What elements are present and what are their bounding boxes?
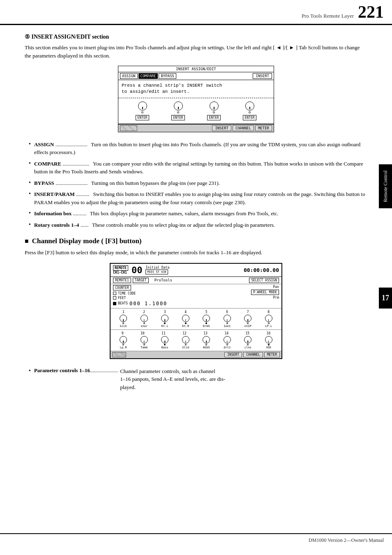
section5-heading: ⑤ INSERT ASSIGN/EDIT section <box>25 33 367 40</box>
ch-bottom-bar: INSERT CHANNEL METER <box>111 351 281 358</box>
knob-circle-4 <box>245 101 254 111</box>
insert-diagram: INSERT ASSIGN/EDIT ASSIGN COMPARE BYPASS… <box>118 66 274 132</box>
bullet-list-section5: • ASSIGN ........................ Turn o… <box>25 140 367 229</box>
bullet-dots-4: .......... <box>76 191 90 197</box>
ch-knob-dot-12 <box>185 344 187 345</box>
ch-large-num: 00 <box>131 265 143 275</box>
ch-knob-name-9: Lp.R <box>120 346 127 349</box>
page-footer: DM1000 Version 2—Owner's Manual <box>0 533 392 547</box>
bullet-content-3: BYPASS ........................ Turning … <box>34 179 220 187</box>
bullet-dots-1: ........................ <box>55 141 88 147</box>
ch-knob-15: clns <box>244 336 251 349</box>
compare-btn[interactable]: COMPARE <box>138 73 158 79</box>
ch-channel-btn[interactable]: CHANNEL <box>243 352 263 357</box>
message-line1: Press a channel strip's INSERT switch <box>122 83 222 88</box>
sidebar-remote-control: Remote Control <box>379 164 392 208</box>
ch-num-15: 15 <box>245 332 249 335</box>
page-container: Pro Tools Remote Layer 221 ⑤ INSERT ASSI… <box>0 0 392 555</box>
ch-knob-circle-3 <box>161 315 168 322</box>
meter-bottom-btn[interactable]: METER <box>255 125 272 131</box>
enter-btn-3[interactable]: ENTER <box>207 115 220 120</box>
channel-display-section: Channel Display mode ( [F3] button) Pres… <box>25 237 367 391</box>
ch-beats-label: BEATS <box>118 302 128 305</box>
bullet-term-param-controls: Parameter controls 1–16 <box>34 367 90 374</box>
ch-beats-checkbox <box>113 302 116 305</box>
ch-knob-name-14: drt1 <box>224 346 231 349</box>
ch-counter-title: COUNTER <box>113 285 131 290</box>
knob-led-4 <box>249 111 251 113</box>
ch-midi-label: MIDI ST 438 <box>145 269 168 274</box>
knob-circle-3 <box>210 101 219 111</box>
message-line2: to assign/edit an insert. <box>122 89 189 94</box>
ch-knob-9: Lp.R <box>120 336 127 349</box>
ch-knob-2: snar <box>141 315 148 328</box>
ch-knob-7: nn1P <box>244 315 251 328</box>
ch-knob-name-16: VOX <box>266 346 271 349</box>
ch-knob-circle-16 <box>265 336 272 343</box>
bullet-item-rotary: • Rotary controls 1–4 ...... These contr… <box>25 221 367 229</box>
insert-btn[interactable]: INSERT <box>253 73 272 79</box>
ch-pan-label: Pan <box>273 285 279 289</box>
ch-knob-6: 1oe1 <box>224 315 231 328</box>
bullet-content-2: COMPARE .................... You can com… <box>34 160 367 176</box>
channel-diagram-container: REMOTE CH1-CH1 00 Initial Data MIDI ST 4… <box>25 263 367 359</box>
ch-initial-data: Initial Data <box>145 266 169 269</box>
ch-knob-name-5: DrmS <box>203 325 210 328</box>
ch-knob-5: DrmS <box>203 315 210 328</box>
ch-knobs-labels-row1: 1 2 3 4 5 6 7 8 <box>113 310 279 314</box>
bullet-desc-param-controls: Channel parameter controls, such as chan… <box>120 367 225 391</box>
bullet-content-5: Information box .......... This box disp… <box>34 210 279 218</box>
knob-led-2 <box>177 111 179 113</box>
ch-knob-dot-10 <box>143 344 145 345</box>
ch-meter-btn[interactable]: METER <box>264 352 280 357</box>
ch-knob-circle-14 <box>224 336 231 343</box>
bullet-dot-5: • <box>29 210 31 218</box>
bullet-desc-rotary: These controls enable you to select plug… <box>92 222 275 228</box>
insert-diagram-title: INSERT ASSIGN/EDIT <box>118 66 274 72</box>
ch-num-10: 10 <box>141 332 145 335</box>
header-section-label: Pro Tools Remote Layer <box>302 13 354 19</box>
ch-beats-row: BEATS 000 1.1000 <box>113 301 247 306</box>
ch-select-assign: SELECT ASSIGN <box>249 278 279 283</box>
bullet-content-6: Rotary controls 1–4 ...... These control… <box>34 221 275 229</box>
ch-knob-dot-13 <box>205 344 207 345</box>
ch-feet-checkbox <box>113 296 116 299</box>
ch-knob-dot-4 <box>185 322 187 324</box>
ch-knob-dot-6 <box>226 322 228 324</box>
knob-group-2: ENTER <box>171 101 184 120</box>
assign-btn[interactable]: ASSIGN <box>120 73 138 79</box>
ch-knob-4: Kt.R <box>182 315 189 328</box>
ch-channel-label: CH1-CH1 <box>113 271 127 274</box>
channel-bottom-btn[interactable]: CHANNEL <box>233 125 254 131</box>
enter-btn-2[interactable]: ENTER <box>171 115 184 120</box>
enter-btn-1[interactable]: ENTER <box>136 115 149 120</box>
ch-num-3: 3 <box>164 310 166 314</box>
ch-knob-dot-14 <box>226 344 228 345</box>
ch-knob-circle-15 <box>244 336 251 343</box>
enter-btn-4[interactable]: ENTER <box>243 115 256 120</box>
ch-knob-dot-5 <box>205 322 207 324</box>
page-number: 221 <box>358 3 384 21</box>
insert-bottom-btn[interactable]: INSERT <box>212 125 231 131</box>
bypass-btn[interactable]: BYPASS <box>159 73 176 79</box>
ch-num-6: 6 <box>226 310 228 314</box>
bullet-dots-2: .................... <box>63 161 90 167</box>
ch-knob-name-12: Slid <box>182 346 189 349</box>
ch-knob-circle-1 <box>120 315 127 322</box>
ch-knob-10: Tamb <box>141 336 148 349</box>
channel-display-body: Press the [F3] button to select this dis… <box>25 249 367 257</box>
ch-knob-dot-11 <box>164 344 166 345</box>
ch-counter-section: COUNTER TIME CODE FEET BEA <box>113 285 247 307</box>
ch-num-2: 2 <box>143 310 145 314</box>
ch-timecode-label: TIME CODE <box>118 292 136 295</box>
ch-insert-btn[interactable]: INSERT <box>224 352 242 357</box>
insert-diagram-knobs: ENTER ENTER ENTER <box>118 98 274 124</box>
top-bar-right: Pro Tools Remote Layer 221 <box>302 3 384 21</box>
section5-title: INSERT ASSIGN/EDIT section <box>32 34 109 40</box>
bullet-list-channel: • Parameter controls 1–16 ..............… <box>25 367 367 391</box>
ch-num-12: 12 <box>182 332 187 335</box>
section5: ⑤ INSERT ASSIGN/EDIT section This sectio… <box>25 33 367 132</box>
ch-knob-circle-8 <box>265 315 272 322</box>
bullet-content-4: INSERT/PARAM .......... Switching this b… <box>34 190 367 206</box>
bullet-term-assign: ASSIGN <box>34 141 54 147</box>
